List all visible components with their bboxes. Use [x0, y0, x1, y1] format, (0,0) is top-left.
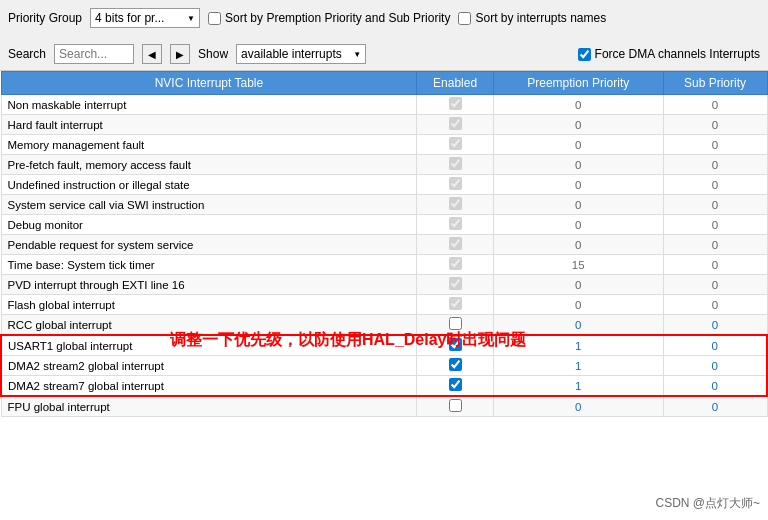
- cell-preemption[interactable]: 1: [493, 356, 663, 376]
- cell-subpriority[interactable]: 0: [663, 215, 767, 235]
- cell-name: Flash global interrupt: [1, 295, 417, 315]
- show-dropdown[interactable]: available interrupts: [236, 44, 366, 64]
- cell-subpriority[interactable]: 0: [663, 275, 767, 295]
- watermark: CSDN @点灯大师~: [655, 495, 760, 512]
- cell-subpriority[interactable]: 0: [663, 155, 767, 175]
- table-header-row: NVIC Interrupt Table Enabled Preemption …: [1, 72, 767, 95]
- cell-subpriority[interactable]: 0: [663, 315, 767, 336]
- cell-preemption[interactable]: 0: [493, 155, 663, 175]
- table-row: Pre-fetch fault, memory access fault00: [1, 155, 767, 175]
- col-header-preemption: Preemption Priority: [493, 72, 663, 95]
- show-label: Show: [198, 47, 228, 61]
- cell-name: Debug monitor: [1, 215, 417, 235]
- priority-group-dropdown[interactable]: 4 bits for pr...: [90, 8, 200, 28]
- cell-enabled[interactable]: [417, 235, 494, 255]
- cell-enabled[interactable]: [417, 356, 494, 376]
- cell-name: System service call via SWI instruction: [1, 195, 417, 215]
- search-input[interactable]: [54, 44, 134, 64]
- cell-enabled[interactable]: [417, 376, 494, 397]
- table-row: PVD interrupt through EXTI line 1600: [1, 275, 767, 295]
- cell-subpriority[interactable]: 0: [663, 95, 767, 115]
- cell-enabled[interactable]: [417, 115, 494, 135]
- table-row: Time base: System tick timer150: [1, 255, 767, 275]
- cell-preemption[interactable]: 0: [493, 195, 663, 215]
- cell-preemption[interactable]: 15: [493, 255, 663, 275]
- sort-interrupts-checkbox[interactable]: [458, 12, 471, 25]
- table-row: Debug monitor00: [1, 215, 767, 235]
- sort-interrupts-checkbox-label[interactable]: Sort by interrupts names: [458, 11, 606, 25]
- cell-subpriority[interactable]: 0: [663, 376, 767, 397]
- toolbar-row2: Search ◀ ▶ Show available interrupts For…: [8, 42, 760, 66]
- cell-name: Time base: System tick timer: [1, 255, 417, 275]
- table-container: NVIC Interrupt Table Enabled Preemption …: [0, 71, 768, 511]
- cell-subpriority[interactable]: 0: [663, 396, 767, 417]
- cell-preemption[interactable]: 1: [493, 335, 663, 356]
- priority-group-label: Priority Group: [8, 11, 82, 25]
- cell-preemption[interactable]: 0: [493, 175, 663, 195]
- cell-subpriority[interactable]: 0: [663, 295, 767, 315]
- col-header-enabled: Enabled: [417, 72, 494, 95]
- cell-subpriority[interactable]: 0: [663, 255, 767, 275]
- force-dma-checkbox[interactable]: [578, 48, 591, 61]
- cell-subpriority[interactable]: 0: [663, 195, 767, 215]
- table-row: Flash global interrupt00: [1, 295, 767, 315]
- cell-enabled[interactable]: [417, 215, 494, 235]
- cell-preemption[interactable]: 0: [493, 135, 663, 155]
- cell-name: DMA2 stream2 global interrupt: [1, 356, 417, 376]
- cell-subpriority[interactable]: 0: [663, 175, 767, 195]
- table-row: Non maskable interrupt00: [1, 95, 767, 115]
- table-row: Hard fault interrupt00: [1, 115, 767, 135]
- cell-name: PVD interrupt through EXTI line 16: [1, 275, 417, 295]
- cell-name: FPU global interrupt: [1, 396, 417, 417]
- cell-preemption[interactable]: 0: [493, 315, 663, 336]
- cell-name: Memory management fault: [1, 135, 417, 155]
- table-row: DMA2 stream7 global interrupt10: [1, 376, 767, 397]
- table-row: Memory management fault00: [1, 135, 767, 155]
- cell-preemption[interactable]: 0: [493, 275, 663, 295]
- toolbar: Priority Group 4 bits for pr... Sort by …: [0, 0, 768, 71]
- cell-name: DMA2 stream7 global interrupt: [1, 376, 417, 397]
- nvic-table: NVIC Interrupt Table Enabled Preemption …: [0, 71, 768, 417]
- cell-name: Pre-fetch fault, memory access fault: [1, 155, 417, 175]
- cell-subpriority[interactable]: 0: [663, 356, 767, 376]
- cell-preemption[interactable]: 1: [493, 376, 663, 397]
- prev-btn[interactable]: ◀: [142, 44, 162, 64]
- cell-subpriority[interactable]: 0: [663, 115, 767, 135]
- cell-subpriority[interactable]: 0: [663, 235, 767, 255]
- cell-enabled[interactable]: [417, 255, 494, 275]
- force-dma-label[interactable]: Force DMA channels Interrupts: [578, 47, 760, 61]
- cell-enabled[interactable]: [417, 195, 494, 215]
- col-header-subpriority: Sub Priority: [663, 72, 767, 95]
- table-row: System service call via SWI instruction0…: [1, 195, 767, 215]
- cell-enabled[interactable]: [417, 95, 494, 115]
- cell-enabled[interactable]: [417, 135, 494, 155]
- cell-name: RCC global interrupt: [1, 315, 417, 336]
- cell-enabled[interactable]: [417, 396, 494, 417]
- cell-enabled[interactable]: [417, 335, 494, 356]
- cell-enabled[interactable]: [417, 275, 494, 295]
- cell-preemption[interactable]: 0: [493, 396, 663, 417]
- cell-name: Hard fault interrupt: [1, 115, 417, 135]
- table-row: RCC global interrupt00: [1, 315, 767, 336]
- table-row: Pendable request for system service00: [1, 235, 767, 255]
- cell-preemption[interactable]: 0: [493, 215, 663, 235]
- sort-premption-checkbox-label[interactable]: Sort by Premption Priority and Sub Prior…: [208, 11, 450, 25]
- table-body: Non maskable interrupt00Hard fault inter…: [1, 95, 767, 417]
- cell-subpriority[interactable]: 0: [663, 135, 767, 155]
- cell-preemption[interactable]: 0: [493, 235, 663, 255]
- cell-enabled[interactable]: [417, 295, 494, 315]
- cell-subpriority[interactable]: 0: [663, 335, 767, 356]
- cell-preemption[interactable]: 0: [493, 115, 663, 135]
- next-btn[interactable]: ▶: [170, 44, 190, 64]
- table-row: USART1 global interrupt10: [1, 335, 767, 356]
- table-row: Undefined instruction or illegal state00: [1, 175, 767, 195]
- cell-preemption[interactable]: 0: [493, 295, 663, 315]
- cell-enabled[interactable]: [417, 315, 494, 336]
- cell-name: USART1 global interrupt: [1, 335, 417, 356]
- cell-preemption[interactable]: 0: [493, 95, 663, 115]
- sort-premption-checkbox[interactable]: [208, 12, 221, 25]
- cell-enabled[interactable]: [417, 175, 494, 195]
- table-row: DMA2 stream2 global interrupt10: [1, 356, 767, 376]
- cell-enabled[interactable]: [417, 155, 494, 175]
- table-row: FPU global interrupt00: [1, 396, 767, 417]
